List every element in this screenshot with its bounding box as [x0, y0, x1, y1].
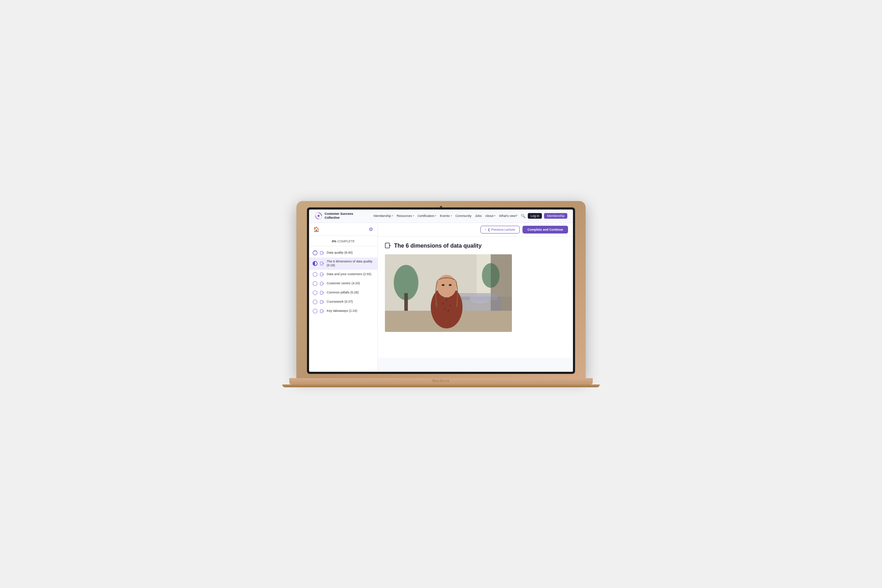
svg-rect-2: [320, 251, 323, 254]
video-icon: [320, 309, 325, 314]
main-layout: 🏠 ⚙ 0% COMPLETE: [309, 223, 573, 372]
nav-link-whats-new[interactable]: What's new?: [499, 214, 517, 218]
nav-link-resources[interactable]: Resources ▾: [397, 214, 414, 218]
nav-links: Membership ▾ Resources ▾ Certification ▾: [374, 214, 517, 218]
svg-rect-6: [320, 291, 323, 294]
item-label: Common pitfalls (5:28): [327, 291, 359, 295]
item-label: Key takeaways (1:24): [327, 309, 357, 313]
lecture-video-icon: [385, 242, 391, 249]
chevron-icon: ▾: [494, 214, 496, 217]
screen-bezel: Customer Success Collective Membership ▾…: [307, 207, 575, 374]
progress-circle: [313, 261, 318, 266]
video-icon: [320, 261, 325, 266]
nav-link-about[interactable]: About ▾: [485, 214, 496, 218]
video-icon: [320, 300, 325, 304]
laptop-base: [289, 378, 593, 384]
sidebar-toolbar: 🏠 ⚙: [309, 223, 378, 236]
logo-icon: [315, 212, 322, 220]
svg-point-19: [470, 293, 491, 304]
svg-rect-5: [320, 282, 323, 285]
laptop-foot: [282, 384, 600, 387]
svg-point-16: [482, 263, 500, 288]
item-label: Coursework (0:37): [327, 300, 353, 304]
progress-circle: [313, 309, 318, 314]
progress-circle: [313, 300, 318, 304]
progress-circle: [313, 272, 318, 277]
previous-lecture-button[interactable]: ‹ ❮ Previous Lecture: [480, 226, 520, 234]
item-label: The 6 dimensions of data quality (6:18): [327, 260, 374, 268]
chevron-icon: ▾: [450, 214, 452, 217]
video-icon: [320, 272, 325, 277]
course-items: Data quality (8:40): [309, 246, 378, 318]
nav-link-membership[interactable]: Membership ▾: [374, 214, 393, 218]
list-item[interactable]: Data quality (8:40): [309, 248, 378, 258]
chevron-icon: ▾: [435, 214, 436, 217]
list-item[interactable]: Key takeaways (1:24): [309, 306, 378, 316]
logo-text: Customer Success Collective: [325, 212, 353, 220]
video-player[interactable]: [385, 254, 512, 332]
logo-area: Customer Success Collective: [315, 212, 353, 220]
search-button[interactable]: 🔍: [521, 214, 526, 218]
home-icon[interactable]: 🏠: [313, 226, 319, 232]
list-item[interactable]: Coursework (0:37): [309, 297, 378, 306]
settings-icon[interactable]: ⚙: [369, 226, 373, 232]
list-item[interactable]: Common pitfalls (5:28): [309, 288, 378, 297]
svg-rect-3: [320, 262, 323, 265]
complete-continue-button[interactable]: Complete and Continue: [522, 226, 568, 234]
video-icon: [320, 290, 325, 295]
svg-point-27: [449, 284, 452, 286]
content-main: The 6 dimensions of data quality: [378, 237, 573, 358]
svg-point-32: [448, 310, 449, 312]
progress-circle: [313, 281, 318, 286]
laptop-screen: Customer Success Collective Membership ▾…: [309, 210, 573, 372]
list-item[interactable]: Data and your customers (2:55): [309, 270, 378, 279]
svg-point-28: [442, 303, 444, 304]
top-nav: Customer Success Collective Membership ▾…: [309, 210, 573, 223]
lecture-title: The 6 dimensions of data quality: [394, 243, 482, 249]
progress-text: 0% COMPLETE: [332, 240, 355, 243]
membership-button[interactable]: Membership: [544, 213, 567, 219]
list-item[interactable]: The 6 dimensions of data quality (6:18): [309, 258, 378, 270]
chevron-icon: ▾: [392, 214, 393, 217]
svg-point-23: [437, 275, 456, 297]
item-label: Customer centric (4:20): [327, 282, 360, 286]
video-icon: [320, 250, 325, 255]
progress-circle: [313, 250, 318, 255]
chevron-left-icon: ‹: [485, 228, 486, 231]
svg-rect-9: [385, 243, 390, 248]
svg-rect-4: [320, 273, 323, 276]
laptop-wrapper: Customer Success Collective Membership ▾…: [296, 201, 586, 387]
content-area: ‹ ❮ Previous Lecture Complete and Contin…: [378, 223, 573, 372]
svg-rect-15: [404, 293, 408, 311]
svg-point-26: [442, 284, 444, 286]
login-button[interactable]: Log in: [528, 213, 542, 219]
content-below: [378, 358, 573, 372]
svg-point-31: [444, 308, 446, 310]
item-label: Data quality (8:40): [327, 251, 353, 255]
svg-point-30: [450, 305, 451, 306]
svg-point-1: [318, 215, 320, 217]
svg-rect-7: [320, 300, 323, 303]
nav-link-certification[interactable]: Certification ▾: [418, 214, 437, 218]
nav-link-community[interactable]: Community: [456, 214, 472, 218]
nav-actions: 🔍 Log in Membership: [521, 213, 567, 219]
svg-rect-8: [320, 309, 323, 312]
camera: [440, 206, 442, 208]
laptop-body: Customer Success Collective Membership ▾…: [296, 201, 586, 378]
video-thumbnail: [385, 254, 512, 332]
progress-section: 0% COMPLETE: [309, 236, 378, 246]
nav-link-jobs[interactable]: Jobs: [475, 214, 482, 218]
content-toolbar: ‹ ❮ Previous Lecture Complete and Contin…: [378, 223, 573, 237]
video-icon: [320, 281, 325, 286]
svg-point-29: [446, 300, 447, 301]
list-item[interactable]: Customer centric (4:20): [309, 279, 378, 288]
app: Customer Success Collective Membership ▾…: [309, 210, 573, 372]
sidebar: 🏠 ⚙ 0% COMPLETE: [309, 223, 378, 372]
progress-circle: [313, 290, 318, 295]
item-label: Data and your customers (2:55): [327, 272, 372, 276]
lecture-title-row: The 6 dimensions of data quality: [385, 242, 566, 249]
nav-link-events[interactable]: Events ▾: [440, 214, 452, 218]
chevron-icon: ▾: [413, 214, 414, 217]
